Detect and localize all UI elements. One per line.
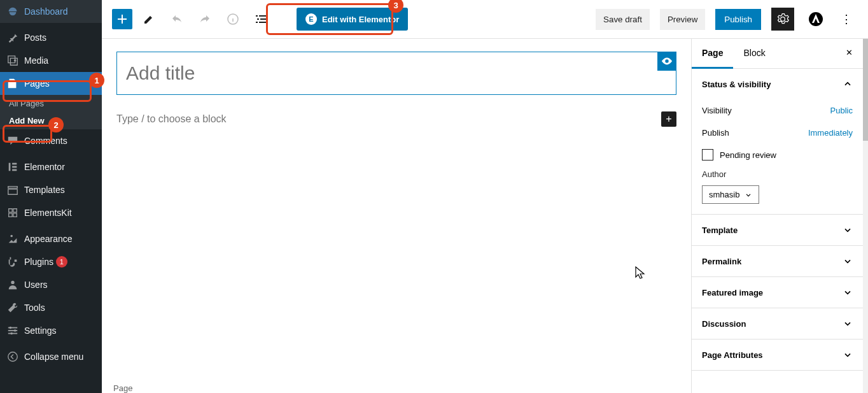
submenu-all-pages[interactable]: All Pages	[0, 95, 102, 112]
sidebar-item-pages[interactable]: Pages	[0, 72, 102, 95]
sidebar-label: Collapse menu	[24, 352, 83, 362]
sidebar-label: Tools	[24, 303, 45, 313]
svg-point-6	[11, 281, 14, 284]
plugins-update-badge: 1	[56, 256, 67, 268]
post-title-input[interactable]	[116, 52, 676, 95]
save-draft-button[interactable]: Save draft	[596, 9, 650, 30]
sidebar-label: Users	[24, 280, 48, 290]
preview-button[interactable]: Preview	[660, 9, 705, 30]
add-block-inline-button[interactable]: +	[661, 111, 676, 127]
sidebar-item-settings[interactable]: Settings	[0, 319, 102, 342]
elementor-icon	[6, 161, 19, 173]
chevron-down-icon	[843, 256, 853, 266]
panel-featured-image: Featured image	[692, 277, 863, 308]
redo-icon[interactable]	[193, 8, 216, 31]
tab-page[interactable]: Page	[692, 39, 733, 69]
block-prompt-text: Type / to choose a block	[116, 113, 227, 125]
callout-badge-1: 1	[89, 73, 104, 88]
breadcrumb-footer: Page	[113, 383, 132, 393]
sidebar-item-templates[interactable]: Templates	[0, 178, 102, 201]
pending-review-row[interactable]: Pending review	[702, 144, 853, 166]
sidebar-item-posts[interactable]: Posts	[0, 26, 102, 49]
inspector-panel: Page Block ✕ Status & visibility Visibil…	[691, 39, 863, 393]
sidebar-item-appearance[interactable]: Appearance	[0, 227, 102, 250]
panel-head-attributes[interactable]: Page Attributes	[692, 339, 863, 370]
sidebar-item-users[interactable]: Users	[0, 273, 102, 296]
visibility-label: Visibility	[702, 106, 732, 115]
dashboard-icon	[6, 5, 19, 18]
collapse-icon	[6, 350, 19, 363]
svg-rect-19	[256, 22, 258, 23]
sidebar-item-tools[interactable]: Tools	[0, 296, 102, 319]
chevron-down-icon	[843, 350, 853, 360]
more-options-icon[interactable]: ⋮	[835, 8, 858, 31]
editor-canvas: Type / to choose a block +	[116, 52, 676, 127]
sidebar-label: ElementsKit	[24, 208, 72, 218]
sidebar-label: Appearance	[24, 234, 73, 244]
users-icon	[6, 278, 19, 291]
svg-rect-1	[9, 163, 11, 171]
svg-rect-15	[256, 15, 258, 17]
edit-mode-icon[interactable]	[137, 8, 160, 31]
add-block-button[interactable]	[112, 9, 132, 29]
panel-head-discussion[interactable]: Discussion	[692, 308, 863, 339]
plugins-icon	[6, 255, 19, 268]
inspector-tabs: Page Block ✕	[692, 39, 863, 69]
admin-sidebar: Dashboard Posts Media Pages All Pages Ad…	[0, 0, 102, 393]
undo-icon[interactable]	[165, 8, 188, 31]
scrollbar[interactable]	[863, 39, 868, 393]
author-select[interactable]: smhasib	[702, 185, 759, 204]
sidebar-item-elementskit[interactable]: ElementsKit	[0, 201, 102, 224]
chevron-down-icon	[843, 225, 853, 235]
callout-badge-2: 2	[48, 117, 64, 132]
sidebar-item-dashboard[interactable]: Dashboard	[0, 0, 102, 23]
visibility-value[interactable]: Public	[830, 106, 853, 115]
sidebar-label: Plugins	[24, 257, 53, 267]
scrollbar-thumb[interactable]	[863, 39, 868, 141]
svg-point-10	[10, 327, 12, 329]
elementor-logo-icon: E	[305, 13, 317, 25]
close-inspector-icon[interactable]: ✕	[836, 39, 863, 68]
visibility-eye-icon[interactable]	[657, 52, 676, 71]
chevron-up-icon	[843, 79, 853, 89]
svg-rect-20	[259, 22, 266, 23]
publish-button[interactable]: Publish	[715, 9, 761, 30]
panel-head-status[interactable]: Status & visibility	[692, 69, 863, 99]
sidebar-label: Settings	[24, 325, 57, 336]
pending-review-checkbox[interactable]	[702, 149, 713, 161]
svg-point-13	[8, 352, 17, 361]
sidebar-item-plugins[interactable]: Plugins 1	[0, 250, 102, 273]
panel-head-permalink[interactable]: Permalink	[692, 246, 863, 276]
sidebar-label: Elementor	[24, 162, 65, 172]
settings-toggle-button[interactable]	[771, 8, 794, 31]
svg-point-12	[10, 332, 13, 335]
editor-body: Type / to choose a block + Page	[102, 39, 691, 393]
editor-workspace: E Edit with Elementor Save draft Preview…	[102, 0, 868, 393]
panel-status-visibility: Status & visibility Visibility Public Pu…	[692, 69, 863, 215]
chevron-down-icon	[745, 191, 752, 199]
appearance-icon	[6, 232, 19, 245]
publish-value[interactable]: Immediately	[808, 128, 853, 138]
tab-block[interactable]: Block	[733, 39, 775, 68]
panel-head-featured[interactable]: Featured image	[692, 277, 863, 308]
block-prompt-row[interactable]: Type / to choose a block +	[116, 111, 676, 127]
sidebar-label: Comments	[24, 136, 67, 146]
pin-icon	[6, 31, 19, 44]
outline-icon[interactable]	[249, 8, 272, 31]
editor-topbar: E Edit with Elementor Save draft Preview…	[102, 0, 868, 39]
pages-icon	[6, 77, 19, 90]
chevron-down-icon	[843, 287, 853, 297]
info-icon[interactable]	[221, 8, 244, 31]
svg-point-5	[10, 235, 13, 238]
sidebar-item-media[interactable]: Media	[0, 49, 102, 72]
sidebar-label: Dashboard	[24, 6, 68, 17]
panel-head-template[interactable]: Template	[692, 215, 863, 245]
sidebar-item-comments[interactable]: Comments	[0, 129, 102, 152]
sidebar-collapse[interactable]: Collapse menu	[0, 345, 102, 368]
svg-rect-2	[12, 163, 17, 165]
settings-icon	[6, 324, 19, 337]
sidebar-item-elementor[interactable]: Elementor	[0, 155, 102, 178]
panel-template: Template	[692, 215, 863, 246]
sidebar-label: Media	[24, 55, 48, 66]
astra-icon[interactable]	[804, 8, 827, 31]
